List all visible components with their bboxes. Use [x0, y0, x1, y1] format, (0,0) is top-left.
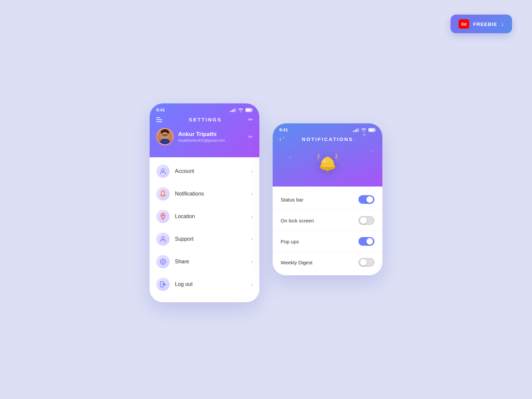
phones-container: 9:41	[150, 103, 382, 302]
toggle-item-weekly-digest: Weekly Digest	[273, 252, 382, 273]
logout-chevron: ›	[251, 282, 253, 287]
menu-item-location[interactable]: Location ›	[150, 205, 259, 228]
settings-header: 9:41	[150, 103, 259, 157]
notifications-icon	[159, 190, 167, 198]
pop-ups-toggle[interactable]	[358, 237, 374, 246]
location-icon-wrap	[156, 210, 170, 223]
profile-row[interactable]: Ankur Tripathi tripathiankur913@gmail.co…	[150, 126, 259, 151]
toggle-item-status-bar: Status bar	[273, 189, 382, 210]
svg-rect-34	[375, 129, 376, 131]
menu-item-account[interactable]: Account ›	[150, 160, 259, 183]
svg-rect-35	[369, 129, 374, 131]
location-chevron: ›	[251, 214, 253, 219]
wifi-icon-notif	[361, 128, 366, 132]
svg-rect-30	[355, 130, 356, 132]
profile-edit-icon[interactable]: ✏	[248, 134, 253, 140]
freebie-label: FREEBIE	[473, 21, 497, 27]
toggle-knob-lock	[360, 217, 367, 224]
bell-area	[273, 145, 382, 177]
svg-point-16	[162, 169, 164, 172]
toggle-item-lock-screen: On lock screen	[273, 210, 382, 231]
svg-rect-29	[353, 131, 354, 132]
support-icon	[159, 235, 167, 243]
account-icon	[159, 168, 167, 175]
svg-point-20	[162, 237, 164, 239]
support-chevron: ›	[251, 236, 253, 242]
weekly-digest-label: Weekly Digest	[281, 260, 313, 265]
xd-badge: Xd	[459, 19, 469, 29]
avatar	[156, 128, 174, 145]
signal-icon-notif	[353, 128, 359, 132]
pop-ups-label: Pop ups	[281, 239, 299, 244]
status-bar-notif: 9:41	[273, 123, 382, 135]
notifications-label: Notifications	[175, 191, 251, 197]
menu-item-support[interactable]: Support ›	[150, 228, 259, 250]
notifications-title: NOTIFICATIONS	[302, 136, 353, 142]
avatar-face	[157, 129, 173, 144]
notifications-nav: ‹ NOTIFICATIONS	[273, 135, 382, 145]
profile-info: Ankur Tripathi tripathiankur913@gmail.co…	[178, 131, 244, 142]
avatar-svg	[157, 129, 173, 144]
account-icon-wrap	[156, 165, 170, 178]
bell-icon	[314, 149, 341, 175]
share-icon-wrap	[156, 255, 170, 268]
back-button[interactable]: ‹	[279, 136, 281, 143]
status-icons-notif	[353, 128, 376, 132]
menu-item-share[interactable]: Share ›	[150, 250, 259, 273]
notifications-header: 9:41	[273, 123, 382, 187]
share-icon	[159, 258, 167, 265]
xd-label: Xd	[461, 22, 467, 27]
freebie-button[interactable]: Xd FREEBIE ↓	[451, 15, 512, 33]
logout-icon-wrap	[156, 278, 170, 291]
battery-icon	[245, 108, 253, 112]
svg-rect-32	[358, 128, 359, 132]
status-time-notif: 9:41	[279, 127, 288, 132]
svg-point-15	[160, 139, 170, 144]
status-icons-settings	[230, 108, 253, 112]
notifications-chevron: ›	[251, 191, 253, 197]
logout-label: Log out	[175, 281, 251, 287]
hamburger-line3	[156, 121, 162, 122]
share-chevron: ›	[251, 259, 253, 264]
svg-point-11	[166, 135, 167, 136]
edit-icon[interactable]: ✏	[248, 116, 253, 123]
download-icon: ↓	[501, 21, 504, 28]
share-label: Share	[175, 259, 251, 265]
menu-item-notifications[interactable]: Notifications ›	[150, 183, 259, 205]
menu-item-logout[interactable]: Log out ›	[150, 273, 259, 296]
hamburger-line1	[156, 117, 160, 118]
notifications-body: Status bar On lock screen Pop ups Weekly…	[273, 187, 382, 275]
notifications-phone: 9:41	[273, 123, 382, 275]
svg-rect-0	[230, 111, 231, 112]
toggle-item-pop-ups: Pop ups	[273, 231, 382, 252]
support-icon-wrap	[156, 232, 170, 246]
status-bar-label: Status bar	[281, 197, 303, 202]
account-chevron: ›	[251, 169, 253, 174]
toggle-knob-popup	[366, 238, 373, 245]
user-email: tripathiankur913@gmail.com	[178, 138, 244, 142]
logout-icon	[159, 281, 167, 288]
settings-top-nav: SETTINGS ✏	[150, 115, 259, 126]
hamburger-line2	[156, 119, 162, 120]
settings-menu: Account › Notifications ›	[150, 157, 259, 302]
lock-screen-toggle[interactable]	[358, 216, 374, 225]
signal-icon	[230, 108, 236, 112]
hamburger-menu[interactable]	[156, 117, 162, 122]
settings-title: SETTINGS	[189, 117, 222, 122]
location-icon	[159, 213, 167, 220]
user-name: Ankur Tripathi	[178, 131, 244, 138]
toggle-knob	[366, 196, 373, 203]
weekly-digest-toggle[interactable]	[358, 258, 374, 267]
location-label: Location	[175, 213, 251, 219]
svg-rect-31	[356, 129, 357, 132]
settings-phone: 9:41	[150, 103, 259, 302]
wifi-icon	[238, 108, 243, 112]
notifications-icon-wrap	[156, 187, 170, 200]
toggle-knob-weekly	[360, 259, 367, 266]
svg-rect-2	[233, 109, 234, 112]
status-bar-settings: 9:41	[150, 103, 259, 115]
svg-rect-3	[235, 108, 236, 112]
svg-rect-1	[232, 110, 233, 112]
status-bar-toggle[interactable]	[358, 195, 374, 204]
status-time-settings: 9:41	[156, 107, 165, 112]
